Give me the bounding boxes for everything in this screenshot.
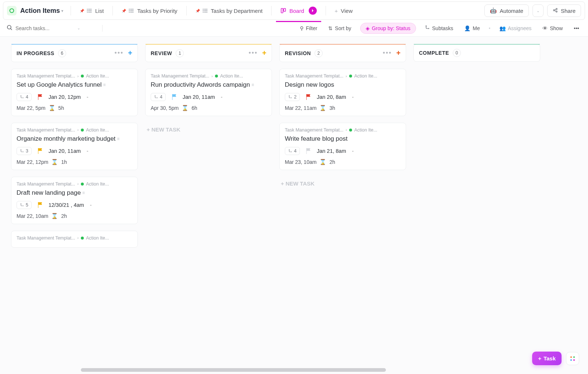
subtask-count[interactable]: 5 xyxy=(17,201,32,209)
sort-button[interactable]: ⇅Sort by xyxy=(326,24,353,33)
column-header[interactable]: REVIEW 1 ••• + xyxy=(145,44,272,62)
subtasks-button[interactable]: Subtasks xyxy=(423,24,456,33)
end-date: Mar 22, 10am xyxy=(17,213,48,219)
column-header[interactable]: REVISION 2 ••• + xyxy=(279,44,406,62)
task-card[interactable]: Task Management Templat...›Action Ite...… xyxy=(279,69,406,116)
me-button[interactable]: 👤Me xyxy=(462,24,482,33)
horizontal-scrollbar[interactable] xyxy=(81,368,386,372)
chevron-down-icon[interactable]: ⌄ xyxy=(77,26,80,30)
column-title: REVISION xyxy=(285,50,311,56)
search-input[interactable]: ⌄ xyxy=(7,25,95,32)
chevron-down-icon: ⌄ xyxy=(537,9,539,13)
separator xyxy=(112,6,113,15)
column-more-icon[interactable]: ••• xyxy=(383,49,392,57)
status-dot-icon xyxy=(349,129,352,132)
person-icon: 👤 xyxy=(464,25,470,31)
task-card[interactable]: Task Management Templat...›Action Ite...… xyxy=(11,177,138,224)
task-card[interactable]: Task Management Templat...›Action Ite...… xyxy=(145,69,272,116)
priority-flag-icon[interactable] xyxy=(306,148,311,154)
assignees-button[interactable]: 👥Assignees xyxy=(497,24,534,33)
pin-icon: 📌 xyxy=(196,9,200,13)
svg-point-24 xyxy=(573,359,575,361)
task-title: Design new logos xyxy=(285,81,401,89)
task-card[interactable]: Task Management Templat...›Action Ite...… xyxy=(11,123,138,170)
subtask-count[interactable]: 3 xyxy=(17,147,32,155)
new-task-fab[interactable]: +Task xyxy=(532,352,562,365)
title-dropdown-icon[interactable]: ▾ xyxy=(61,9,63,13)
column-add-icon[interactable]: + xyxy=(396,49,401,57)
group-by-button[interactable]: ◈Group by: Status xyxy=(360,23,416,34)
description-icon: ≡ xyxy=(82,190,85,196)
search-field[interactable] xyxy=(15,25,74,31)
column-more-icon[interactable]: ••• xyxy=(248,49,258,57)
sort-icon: ⇅ xyxy=(328,25,333,31)
end-date: Mar 22, 12pm xyxy=(17,159,48,165)
svg-rect-2 xyxy=(284,8,286,11)
duration: 5h xyxy=(58,105,64,111)
breadcrumb: Task Management Templat...›Action Ite... xyxy=(285,73,401,79)
priority-flag-icon[interactable] xyxy=(37,202,43,208)
more-button[interactable]: ••• xyxy=(571,24,581,33)
priority-flag-icon[interactable] xyxy=(306,94,311,100)
svg-point-19 xyxy=(289,149,290,150)
show-button[interactable]: 👁Show xyxy=(540,24,565,33)
task-card[interactable]: Task Management Templat...›Action Ite... xyxy=(11,231,138,248)
subtask-count[interactable]: 4 xyxy=(17,93,32,101)
hourglass-icon: ⌛ xyxy=(319,105,326,111)
robot-icon: 🤖 xyxy=(490,7,497,14)
new-task-button[interactable]: + NEW TASK xyxy=(145,123,272,136)
start-date: Jan 21, 8am xyxy=(317,148,346,154)
tab-list[interactable]: 📌 List xyxy=(75,6,108,16)
column-header[interactable]: IN PROGRESS 6 ••• + xyxy=(11,44,138,62)
column-header[interactable]: COMPLETE 0 xyxy=(413,44,540,62)
svg-point-20 xyxy=(291,151,292,152)
svg-point-22 xyxy=(573,356,575,358)
subtask-count[interactable]: 4 xyxy=(151,93,166,101)
hourglass-icon: ⌛ xyxy=(182,105,189,111)
board-next-icon[interactable] xyxy=(309,7,317,15)
column-add-icon[interactable]: + xyxy=(128,49,132,57)
svg-point-5 xyxy=(556,11,557,12)
top-bar: Action Items ▾ 📌 List 📌 Tasks by Priorit… xyxy=(3,1,585,20)
tab-department[interactable]: 📌 Tasks by Department xyxy=(191,6,267,16)
automate-button[interactable]: 🤖 Automate xyxy=(484,4,529,17)
end-date: Apr 30, 5pm xyxy=(151,105,179,111)
priority-flag-icon[interactable] xyxy=(37,148,43,154)
plus-icon: + xyxy=(538,355,541,362)
subtask-count[interactable]: 2 xyxy=(285,93,300,101)
filter-button[interactable]: ⚲Filter xyxy=(298,24,319,33)
separator xyxy=(71,6,71,15)
column-add-icon[interactable]: + xyxy=(262,49,266,57)
page-title[interactable]: Action Items ▾ xyxy=(20,7,63,15)
apps-fab[interactable] xyxy=(566,352,579,365)
share-button[interactable]: Share xyxy=(547,4,581,17)
task-card[interactable]: Task Management Templat...›Action Ite...… xyxy=(11,69,138,116)
add-view-button[interactable]: + View xyxy=(330,6,357,16)
priority-flag-icon[interactable] xyxy=(37,94,43,100)
column-more-icon[interactable]: ••• xyxy=(114,49,123,57)
svg-point-17 xyxy=(289,95,290,96)
tab-board[interactable]: Board xyxy=(276,4,321,17)
toolbar: ⌄ ⚲Filter ⇅Sort by ◈Group by: Status Sub… xyxy=(0,20,588,37)
svg-point-14 xyxy=(23,205,24,206)
automate-dropdown[interactable]: ⌄ xyxy=(533,4,544,17)
subtask-count[interactable]: 4 xyxy=(285,147,300,155)
tab-priority[interactable]: 📌 Tasks by Priority xyxy=(117,6,182,16)
breadcrumb: Task Management Templat...›Action Ite... xyxy=(17,181,132,187)
more-icon: ••• xyxy=(574,25,579,31)
duration: 1h xyxy=(61,159,67,165)
duration: 3h xyxy=(329,105,335,111)
task-title: Run productivity Adwords campaign≡ xyxy=(151,81,266,89)
end-date: Mar 22, 5pm xyxy=(17,105,46,111)
new-task-button[interactable]: + NEW TASK xyxy=(279,177,406,190)
column-count: 6 xyxy=(58,49,66,57)
task-card[interactable]: Task Management Templat...›Action Ite...… xyxy=(279,123,406,170)
duration: 2h xyxy=(329,159,335,165)
filter-icon: ⚲ xyxy=(300,25,304,31)
end-date: Mar 22, 11am xyxy=(285,105,316,111)
column-count: 2 xyxy=(315,49,323,57)
list-logo xyxy=(7,6,17,15)
status-dot-icon xyxy=(81,183,84,186)
priority-flag-icon[interactable] xyxy=(172,94,177,100)
breadcrumb: Task Management Templat...›Action Ite... xyxy=(17,235,132,241)
